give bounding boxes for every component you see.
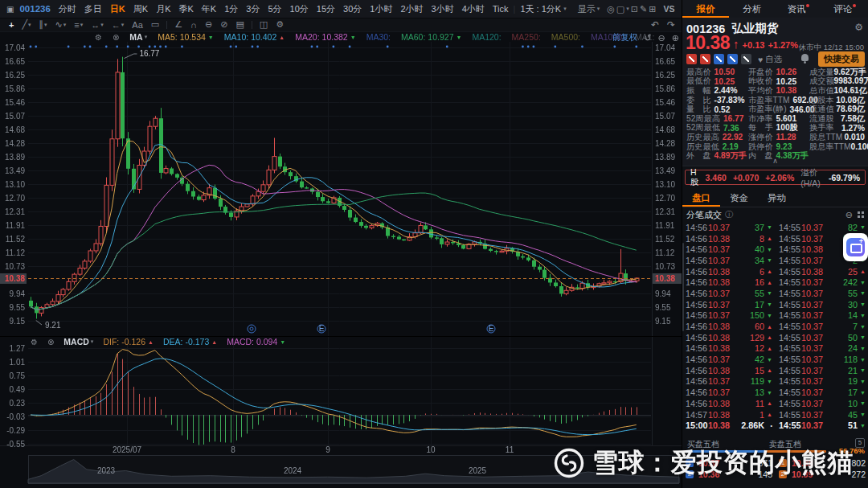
range-tool-icon[interactable]: ↔▾ xyxy=(87,20,108,30)
ma-group-label[interactable]: MA▾ xyxy=(129,32,147,42)
tab-资讯[interactable]: 资讯 xyxy=(776,0,822,18)
collapse-chevron-icon[interactable]: ∧ xyxy=(682,157,868,165)
redo-icon[interactable]: ↷ xyxy=(667,19,675,31)
ma-settings-icon[interactable]: ⚙ xyxy=(95,33,102,42)
alert-bell-icon[interactable] xyxy=(801,54,809,61)
buy-ratio-label: 56.76% xyxy=(839,446,865,455)
reset-zoom-icon[interactable]: ↺ xyxy=(644,33,651,43)
tab-评论[interactable]: 评论 xyxy=(821,0,868,18)
order-book-row: 110.37871110.38802 xyxy=(686,457,866,469)
tick-direction-icon: ▼ xyxy=(858,280,866,285)
zoom-in-icon[interactable]: ⊕ xyxy=(672,33,679,43)
quick-trade-button[interactable]: 快捷交易 xyxy=(818,51,865,67)
period-tab-1分[interactable]: 1分 xyxy=(224,3,238,15)
period-tab-年K[interactable]: 年K xyxy=(202,3,216,15)
tick-row: 14:5610.386▲14:5510.3825▲ xyxy=(686,266,866,277)
tab-资金[interactable]: 资金 xyxy=(720,189,758,207)
period-tab-4小时[interactable]: 4小时 xyxy=(462,3,485,15)
symbol-code[interactable]: 001236 xyxy=(19,4,50,14)
compare-icon[interactable]: ◫ xyxy=(256,19,272,30)
candlestick-chart[interactable] xyxy=(0,42,682,488)
quote-value: 2.44% xyxy=(714,86,738,95)
layout-icon[interactable]: ▢▾ xyxy=(616,4,629,14)
macd-close-icon[interactable]: ⊗ xyxy=(47,338,54,347)
premium-label: 溢价(H/A) xyxy=(800,167,822,188)
tab-报价[interactable]: 报价 xyxy=(682,0,729,18)
text-tool-icon[interactable]: Aa xyxy=(128,20,146,30)
h-share-label: H股 xyxy=(690,167,699,188)
badge-glyph xyxy=(743,56,749,62)
fib-tool-icon[interactable]: ≡▾ xyxy=(70,20,87,30)
macd-group-label[interactable]: MACD▾ xyxy=(63,337,93,347)
period-tab-1小时[interactable]: 1小时 xyxy=(370,3,392,15)
fullscreen-icon[interactable]: ⊞ xyxy=(649,4,656,14)
period-tab-30分[interactable]: 30分 xyxy=(343,3,362,15)
macd-settings-icon[interactable]: ⚙ xyxy=(31,338,38,347)
period-tab-日K[interactable]: 日K xyxy=(110,3,125,15)
tick-time: 14:55 xyxy=(779,376,801,386)
channel-tool-icon[interactable]: ∥▾ xyxy=(35,19,51,30)
indicator-target-icon[interactable]: ◎ xyxy=(607,4,615,14)
collapse-icon[interactable]: ⊖ xyxy=(845,210,853,220)
chevron-down-icon: ▾ xyxy=(28,22,31,28)
period-tab-分时[interactable]: 分时 xyxy=(59,3,76,15)
period-tab-多日[interactable]: 多日 xyxy=(84,3,102,15)
tick-time: 14:55 xyxy=(779,289,801,298)
delete-drawings-icon[interactable]: ▤ xyxy=(231,19,248,30)
tick-volume: 13 xyxy=(739,388,764,397)
ma-value-MA250: MA250: xyxy=(512,32,541,42)
ma-label: MA5: xyxy=(158,32,178,42)
period-tab-季K[interactable]: 季K xyxy=(178,3,193,15)
tick-half: 14:5610.3742▼ xyxy=(686,355,772,364)
tick-time: 14:56 xyxy=(686,333,708,342)
ma-close-icon[interactable]: ⊗ xyxy=(113,33,119,42)
panel-settings-icon[interactable]: ⚙ xyxy=(854,22,863,33)
trendline-tool-icon[interactable]: ╱▾ xyxy=(18,19,35,30)
zoom-out-icon[interactable]: ⊖ xyxy=(658,33,665,43)
period-tab-15分[interactable]: 15分 xyxy=(317,3,335,15)
period-tab-周K[interactable]: 周K xyxy=(133,3,148,15)
period-tab-5分[interactable]: 5分 xyxy=(268,3,281,15)
ma-values: MA5:10.534▼MA10:10.402▲MA20:10.382▼MA30:… xyxy=(158,32,654,42)
period-tab-3分[interactable]: 3分 xyxy=(246,3,260,15)
period-tab-3小时[interactable]: 3小时 xyxy=(432,3,454,15)
tick-half: 14:5510.37242▼ xyxy=(779,277,866,287)
screenshot-share-button[interactable] xyxy=(843,233,868,261)
window-icon[interactable]: ▣ xyxy=(6,5,14,14)
hide-drawings-icon[interactable]: ⊘ xyxy=(216,19,231,30)
undo-icon[interactable]: ↶ xyxy=(651,19,659,31)
wave-tool-icon[interactable]: ∿▾ xyxy=(51,19,71,30)
period-tab-Tick[interactable]: Tick xyxy=(493,4,509,14)
comment-tool-icon[interactable]: ▭ xyxy=(147,19,163,30)
forward-adjust-button[interactable]: 前复权 xyxy=(612,32,638,43)
period-tab-2小时[interactable]: 2小时 xyxy=(400,3,423,15)
draw-mode-icon[interactable]: ✎ xyxy=(640,4,647,14)
h-share-box[interactable]: H股 3.460 +0.070 +2.06% 溢价(H/A) -69.79% xyxy=(685,170,866,185)
continuous-draw-icon[interactable]: ⊖ xyxy=(201,19,216,30)
tick-row: 14:5610.3811▲14:5510.3710▼ xyxy=(686,398,866,409)
grid-view-icon[interactable] xyxy=(858,211,864,218)
display-dropdown[interactable]: 显示▾ xyxy=(578,3,600,15)
info-icon[interactable]: ⓘ xyxy=(725,209,733,220)
tick-volume: 21 xyxy=(832,366,858,375)
tick-price: 10.37 xyxy=(801,376,832,386)
tick-row: 14:5610.3815▲14:5510.3721▼ xyxy=(686,365,866,376)
angle-tool-icon[interactable]: ∠ xyxy=(170,19,186,30)
panel-scrollbar[interactable] xyxy=(682,243,684,331)
period-dropdown[interactable]: 1天 : 1分K ▾ xyxy=(520,3,566,15)
tick-half: 14:5510.3719▼ xyxy=(779,376,866,386)
magnet-tool-icon[interactable]: ∩ xyxy=(186,20,201,30)
tab-盘口[interactable]: 盘口 xyxy=(682,189,720,207)
vs-button[interactable]: VS xyxy=(663,4,674,14)
drawing-settings-icon[interactable]: ⚙ xyxy=(272,19,288,30)
quote-value: 10.50 xyxy=(714,68,735,76)
camera-icon[interactable]: ⊡ xyxy=(631,4,638,14)
tab-分析[interactable]: 分析 xyxy=(729,0,776,18)
tick-half: 14:5510.3782▼ xyxy=(779,223,866,232)
crosshair-tool-icon[interactable]: + xyxy=(5,20,18,30)
period-tab-月K[interactable]: 月K xyxy=(156,3,170,15)
watchlist-button[interactable]: ♥ 自选 xyxy=(758,54,782,65)
period-tab-10分[interactable]: 10分 xyxy=(290,3,309,15)
arrow-tool-icon[interactable]: ←▾ xyxy=(108,20,129,30)
tab-异动[interactable]: 异动 xyxy=(758,189,796,207)
